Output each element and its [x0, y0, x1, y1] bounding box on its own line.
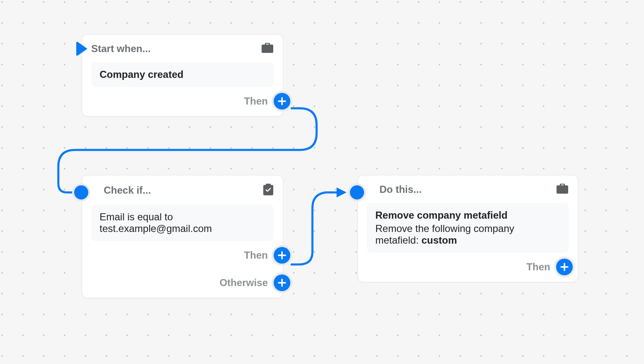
trigger-then-row: Then	[91, 93, 274, 110]
condition-card[interactable]: Check if... Email is equal to test.examp…	[82, 175, 283, 298]
action-description: Remove the following company metafield: …	[375, 223, 560, 246]
add-step-button[interactable]	[274, 247, 290, 264]
briefcase-icon	[261, 42, 274, 55]
trigger-card-header: Start when...	[91, 42, 274, 55]
condition-in-node	[74, 185, 88, 199]
action-description-bold: custom	[422, 234, 457, 246]
action-then-row: Then	[367, 259, 569, 275]
trigger-card[interactable]: Start when... Company created Then	[82, 34, 283, 117]
action-card[interactable]: Do this... Remove company metafield Remo…	[357, 175, 578, 282]
add-step-button[interactable]	[274, 274, 290, 291]
condition-body: Email is equal to test.example@gmail.com	[91, 204, 274, 241]
trigger-event-label: Company created	[100, 69, 265, 80]
action-card-header: Do this...	[367, 183, 569, 196]
condition-rule-label: Email is equal to test.example@gmail.com	[100, 211, 265, 234]
then-label: Then	[244, 95, 268, 107]
trigger-body: Company created	[91, 62, 274, 87]
action-in-node	[350, 185, 364, 199]
action-title-label: Remove company metafield	[375, 209, 560, 221]
action-header-label: Do this...	[379, 184, 422, 195]
condition-header-label: Check if...	[104, 184, 151, 196]
condition-otherwise-row: Otherwise	[91, 274, 274, 291]
briefcase-icon	[556, 183, 569, 196]
otherwise-label: Otherwise	[220, 277, 268, 289]
add-step-button[interactable]	[556, 259, 573, 275]
clipboard-check-icon	[263, 183, 274, 198]
then-label: Then	[527, 261, 550, 273]
add-step-button[interactable]	[274, 93, 290, 110]
then-label: Then	[244, 249, 268, 261]
action-body: Remove company metafield Remove the foll…	[367, 203, 569, 253]
condition-then-row: Then	[91, 247, 274, 264]
start-pointer-icon	[75, 41, 88, 58]
condition-card-header: Check if...	[91, 183, 274, 198]
trigger-header-label: Start when...	[91, 43, 151, 55]
